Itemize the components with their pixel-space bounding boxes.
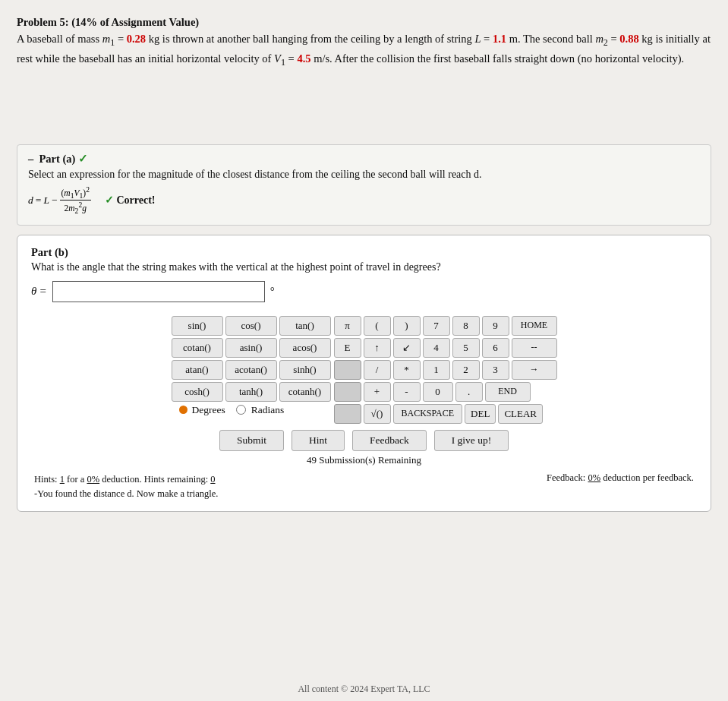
hints-line1: Hints: 1 for a 0% deduction. Hints remai… bbox=[34, 472, 218, 487]
downleft-btn[interactable]: ↙ bbox=[393, 338, 421, 358]
atan-btn[interactable]: atan() bbox=[172, 360, 223, 380]
num9-btn[interactable]: 9 bbox=[482, 316, 509, 336]
acos-btn[interactable]: acos() bbox=[279, 338, 331, 358]
part-a-section: – Part (a) ✓ Select an expression for th… bbox=[17, 144, 711, 226]
sinh-btn[interactable]: sinh() bbox=[279, 360, 331, 380]
func-row-3: atan() acotan() sinh() bbox=[172, 360, 331, 380]
tan-btn[interactable]: tan() bbox=[279, 316, 331, 336]
num1-btn[interactable]: 1 bbox=[423, 360, 450, 380]
part-a-title: Part (a) ✓ bbox=[39, 153, 89, 165]
num2-btn[interactable]: 2 bbox=[452, 360, 480, 380]
hints-row: Hints: 1 for a 0% deduction. Hints remai… bbox=[31, 472, 697, 501]
degrees-radio-label[interactable]: Degrees bbox=[179, 404, 225, 416]
hints-left: Hints: 1 for a 0% deduction. Hints remai… bbox=[34, 472, 218, 501]
part-b-section: Part (b) What is the angle that the stri… bbox=[17, 235, 711, 513]
func-row-4: cosh() tanh() cotanh() bbox=[172, 382, 331, 402]
num5-btn[interactable]: 5 bbox=[452, 338, 480, 358]
pi-btn[interactable]: π bbox=[334, 316, 361, 336]
footer: All content © 2024 Expert TA, LLC bbox=[0, 679, 728, 701]
blank2-btn[interactable] bbox=[334, 382, 361, 402]
tanh-btn[interactable]: tanh() bbox=[225, 382, 277, 402]
sin-btn[interactable]: sin() bbox=[172, 316, 223, 336]
num-row-5: √() BACKSPACE DEL CLEAR bbox=[334, 404, 557, 424]
action-row: Submit Hint Feedback I give up! bbox=[31, 430, 697, 451]
hints-line2: -You found the distance d. Now make a tr… bbox=[34, 487, 218, 501]
rparen-btn[interactable]: ) bbox=[393, 316, 421, 336]
cosh-btn[interactable]: cosh() bbox=[172, 382, 223, 402]
num-row-1: π ( ) 7 8 9 HOME bbox=[334, 316, 557, 336]
num-keys: π ( ) 7 8 9 HOME E ↑ ↙ 4 5 6 -- bbox=[334, 316, 557, 424]
num7-btn[interactable]: 7 bbox=[423, 316, 450, 336]
rightarrow-btn[interactable]: → bbox=[512, 360, 557, 380]
home-btn[interactable]: HOME bbox=[512, 316, 557, 336]
minus-btn[interactable]: - bbox=[393, 382, 421, 402]
degrees-radio-dot bbox=[179, 406, 188, 414]
num-row-4: + - 0 . END bbox=[334, 382, 557, 402]
problem-title: Problem 5: (14% of Assignment Value) bbox=[17, 16, 199, 28]
part-a-formula-row: d = L − (m1V1)2 2m22g ✓ Correct! bbox=[28, 185, 700, 216]
del-btn[interactable]: DEL bbox=[465, 404, 496, 424]
asin-btn[interactable]: asin() bbox=[225, 338, 277, 358]
dot-btn[interactable]: . bbox=[455, 382, 483, 402]
theta-equals: = bbox=[39, 285, 46, 298]
degree-symbol: ° bbox=[270, 285, 275, 298]
sqrt-btn[interactable]: √() bbox=[364, 404, 391, 424]
hints-right: Feedback: 0% deduction per feedback. bbox=[547, 472, 694, 501]
problem-statement: Problem 5: (14% of Assignment Value) A b… bbox=[17, 14, 711, 70]
part-a-formula: d = L − (m1V1)2 2m22g bbox=[28, 185, 91, 216]
plus-btn[interactable]: + bbox=[364, 382, 391, 402]
num0-btn[interactable]: 0 bbox=[423, 382, 453, 402]
func-row-1: sin() cos() tan() bbox=[172, 316, 331, 336]
give-up-btn[interactable]: I give up! bbox=[434, 430, 509, 451]
func-row-2: cotan() asin() acos() bbox=[172, 338, 331, 358]
part-a-body: Select an expression for the magnitude o… bbox=[28, 169, 700, 181]
footer-text: All content © 2024 Expert TA, LLC bbox=[298, 684, 430, 694]
spacer bbox=[17, 76, 711, 144]
formula-fraction: (m1V1)2 2m22g bbox=[60, 185, 91, 216]
divide-btn[interactable]: / bbox=[364, 360, 391, 380]
num8-btn[interactable]: 8 bbox=[452, 316, 480, 336]
num-row-3: / * 1 2 3 → bbox=[334, 360, 557, 380]
theta-row: θ = ° bbox=[31, 281, 697, 302]
num6-btn[interactable]: 6 bbox=[482, 338, 509, 358]
backspace-btn[interactable]: BACKSPACE bbox=[393, 404, 463, 424]
blank1-btn[interactable] bbox=[334, 360, 361, 380]
theta-label: θ bbox=[31, 285, 36, 298]
cotanh-btn[interactable]: cotanh() bbox=[279, 382, 331, 402]
radio-row: Degrees Radians bbox=[179, 404, 331, 416]
end-btn[interactable]: END bbox=[485, 382, 531, 402]
func-keys: sin() cos() tan() cotan() asin() acos() … bbox=[172, 316, 331, 419]
hint-btn[interactable]: Hint bbox=[292, 430, 345, 451]
num4-btn[interactable]: 4 bbox=[423, 338, 450, 358]
submissions-text: 49 Submission(s) Remaining bbox=[31, 454, 697, 466]
cos-btn[interactable]: cos() bbox=[225, 316, 277, 336]
submit-btn[interactable]: Submit bbox=[219, 430, 284, 451]
lparen-btn[interactable]: ( bbox=[364, 316, 391, 336]
correct-label: ✓ Correct! bbox=[105, 194, 156, 207]
part-a-header: – Part (a) ✓ bbox=[28, 153, 700, 166]
radians-radio-label[interactable]: Radians bbox=[236, 404, 285, 416]
multiply-btn[interactable]: * bbox=[393, 360, 421, 380]
clear-btn[interactable]: CLEAR bbox=[498, 404, 543, 424]
fraction-numerator: (m1V1)2 bbox=[60, 185, 91, 201]
radians-label: Radians bbox=[251, 404, 285, 416]
cotan-btn[interactable]: cotan() bbox=[172, 338, 223, 358]
fraction-denominator: 2m22g bbox=[63, 201, 88, 216]
part-b-header: Part (b) bbox=[31, 246, 697, 259]
blank3-btn[interactable] bbox=[334, 404, 361, 424]
theta-input[interactable] bbox=[52, 281, 265, 302]
up-btn[interactable]: ↑ bbox=[364, 338, 391, 358]
num3-btn[interactable]: 3 bbox=[482, 360, 509, 380]
e-btn[interactable]: E bbox=[334, 338, 361, 358]
leftleft-btn[interactable]: -- bbox=[512, 338, 557, 358]
radians-radio[interactable] bbox=[236, 405, 246, 415]
degrees-label: Degrees bbox=[192, 404, 225, 416]
part-b-body: What is the angle that the string makes … bbox=[31, 261, 697, 273]
keyboard-area: sin() cos() tan() cotan() asin() acos() … bbox=[31, 316, 697, 424]
feedback-btn[interactable]: Feedback bbox=[352, 430, 427, 451]
acotan-btn[interactable]: acotan() bbox=[225, 360, 277, 380]
num-row-2: E ↑ ↙ 4 5 6 -- bbox=[334, 338, 557, 358]
